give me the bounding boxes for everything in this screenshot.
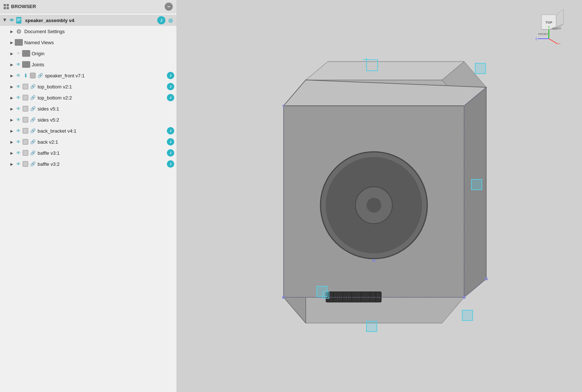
chevron-top-bottom-2: ▶ <box>9 95 15 101</box>
tree-item-back-bracket[interactable]: ▶ 👁 🔗 back_bracket v4:1 J <box>0 125 176 136</box>
svg-rect-16 <box>23 161 28 167</box>
svg-line-65 <box>549 39 558 44</box>
browser-header-left: BROWSER <box>4 4 36 9</box>
svg-point-54 <box>372 259 375 262</box>
eye-back[interactable]: 👁 <box>15 139 22 145</box>
browser-icon <box>4 4 9 9</box>
tree-item-sides-2[interactable]: ▶ 👁 🔗 sides v5:2 <box>0 114 176 125</box>
download-icon: ⬇ <box>22 73 29 78</box>
svg-rect-44 <box>475 63 485 74</box>
component-icon-3 <box>22 94 29 101</box>
sides-2-label: sides v5:2 <box>38 117 174 123</box>
gear-icon: ⚙ <box>15 27 23 35</box>
browser-header: BROWSER − <box>0 0 176 13</box>
cube-nav-widget[interactable]: TOP FRONT RIGHT Y Z X <box>530 7 567 44</box>
svg-rect-47 <box>322 292 329 298</box>
component-icon-5 <box>22 116 29 123</box>
svg-point-52 <box>485 277 488 280</box>
link-icon-4: 🔗 <box>29 106 36 112</box>
eye-half-icon[interactable]: 👁 <box>15 50 22 56</box>
eye-baffle-1[interactable]: 👁 <box>15 150 22 156</box>
eye-joints-icon[interactable]: 👁 <box>15 62 22 67</box>
svg-rect-3 <box>7 7 9 9</box>
svg-text:X: X <box>558 42 561 44</box>
tree-item-top-bottom-2[interactable]: ▶ 👁 🔗 top_bottom v2:2 J <box>0 92 176 103</box>
tree-item-baffle-2[interactable]: ▶ 👁 🔗 baffle v3:2 J <box>0 158 176 169</box>
link-icon-5: 🔗 <box>29 117 36 123</box>
sides-1-label: sides v5:1 <box>38 106 174 112</box>
chevron-baffle-2: ▶ <box>9 161 15 167</box>
svg-text:Z: Z <box>535 37 537 41</box>
eye-top-bottom-1[interactable]: 👁 <box>15 84 22 90</box>
tree-item-sides-1[interactable]: ▶ 👁 🔗 sides v5:1 <box>0 103 176 114</box>
component-icon-2 <box>22 83 29 90</box>
baffle-2-label: baffle v3:2 <box>38 161 165 167</box>
named-views-folder-icon <box>15 39 23 46</box>
svg-rect-5 <box>17 18 21 19</box>
speaker-front-badge: J <box>167 72 174 79</box>
svg-point-50 <box>282 296 285 299</box>
root-chevron: ▶ <box>2 17 8 23</box>
tree-item-baffle-1[interactable]: ▶ 👁 🔗 baffle v3:1 J <box>0 147 176 158</box>
eye-sides-1[interactable]: 👁 <box>15 106 22 112</box>
eye-back-bracket[interactable]: 👁 <box>15 128 22 134</box>
tree-item-origin[interactable]: ▶ 👁 Origin <box>0 48 176 59</box>
svg-rect-1 <box>7 4 9 6</box>
component-icon-6 <box>22 127 29 134</box>
svg-text:FRONT: FRONT <box>538 32 548 36</box>
tree-item-named-views[interactable]: ▶ Named Views <box>0 37 176 48</box>
root-item[interactable]: ▶ 👁 speaker_assembly v4 J ◎ <box>0 15 176 26</box>
chevron-speaker-front: ▶ <box>9 73 15 78</box>
svg-rect-6 <box>17 20 21 20</box>
minimize-button[interactable]: − <box>165 3 173 11</box>
target-icon[interactable]: ◎ <box>167 17 174 24</box>
root-label: speaker_assembly v4 <box>25 18 156 23</box>
link-icon-3: 🔗 <box>29 95 36 101</box>
origin-label: Origin <box>32 51 174 56</box>
svg-rect-4 <box>16 17 21 24</box>
joints-folder-icon <box>22 61 30 68</box>
component-icon-4 <box>22 105 29 112</box>
svg-point-53 <box>283 105 285 107</box>
tree-container: ▶ 👁 speaker_assembly v4 J ◎ ▶ ⚙ Document… <box>0 13 176 392</box>
chevron-sides-1: ▶ <box>9 106 15 112</box>
chevron-back-bracket: ▶ <box>9 128 15 134</box>
svg-rect-49 <box>367 321 377 332</box>
chevron-baffle-1: ▶ <box>9 150 15 156</box>
link-icon-6: 🔗 <box>29 128 36 134</box>
chevron-top-bottom-1: ▶ <box>9 84 15 90</box>
back-label: back v2:1 <box>38 139 165 145</box>
tree-item-joints[interactable]: ▶ 👁 Joints <box>0 59 176 70</box>
svg-rect-2 <box>4 7 6 9</box>
eye-sides-2[interactable]: 👁 <box>15 117 22 123</box>
svg-rect-0 <box>4 4 6 6</box>
eye-baffle-2[interactable]: 👁 <box>15 161 22 167</box>
eye-icon[interactable]: 👁 <box>8 17 15 23</box>
tree-item-document-settings[interactable]: ▶ ⚙ Document Settings <box>0 26 176 37</box>
tree-item-top-bottom-1[interactable]: ▶ 👁 🔗 top_bottom v2:1 J <box>0 81 176 92</box>
baffle-1-label: baffle v3:1 <box>38 150 165 156</box>
back-badge: J <box>167 138 174 146</box>
tree-item-speaker-front[interactable]: ▶ 👁 ⬇ 🔗 speaker_front v7:1 J <box>0 70 176 81</box>
browser-title: BROWSER <box>11 4 36 9</box>
chevron-origin: ▶ <box>9 50 15 56</box>
baffle-1-badge: J <box>167 149 174 157</box>
browser-panel: BROWSER − ▶ 👁 speaker_assembly v4 J <box>0 0 177 392</box>
component-icon <box>29 72 37 79</box>
svg-rect-15 <box>23 150 28 155</box>
svg-marker-18 <box>306 62 464 80</box>
chevron-doc-settings: ▶ <box>9 28 15 34</box>
tree-item-back[interactable]: ▶ 👁 🔗 back v2:1 J <box>0 136 176 147</box>
svg-marker-23 <box>464 87 486 297</box>
eye-speaker-front[interactable]: 👁 <box>15 73 22 78</box>
svg-rect-7 <box>17 21 20 21</box>
baffle-2-badge: J <box>167 160 174 168</box>
viewport[interactable]: TOP FRONT RIGHT Y Z X <box>177 0 582 392</box>
back-bracket-label: back_bracket v4:1 <box>38 128 165 134</box>
link-icon-7: 🔗 <box>29 139 36 145</box>
top-bottom-2-badge: J <box>167 94 174 101</box>
eye-top-bottom-2[interactable]: 👁 <box>15 95 22 101</box>
top-bottom-1-label: top_bottom v2:1 <box>38 84 165 90</box>
svg-rect-10 <box>23 95 28 100</box>
svg-rect-45 <box>471 179 482 190</box>
